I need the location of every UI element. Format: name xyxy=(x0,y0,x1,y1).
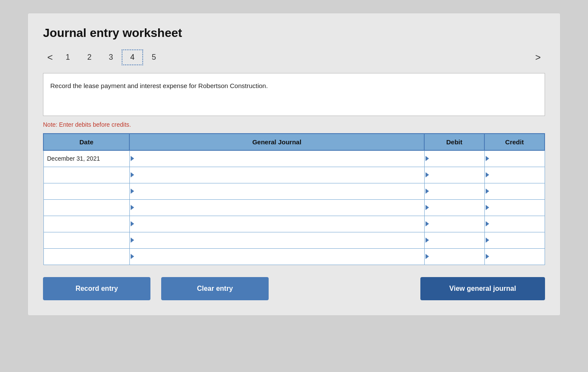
cell-date-4[interactable] xyxy=(43,216,129,232)
cell-credit-3[interactable] xyxy=(484,199,545,216)
step-3[interactable]: 3 xyxy=(100,49,122,65)
table-row xyxy=(43,199,545,216)
arrow-journal-4 xyxy=(131,221,134,226)
instruction-text: Record the lease payment and interest ex… xyxy=(50,82,268,89)
page-title: Journal entry worksheet xyxy=(43,26,545,40)
cell-credit-1[interactable] xyxy=(484,167,545,183)
table-row xyxy=(43,167,545,183)
worksheet-container: Journal entry worksheet < 1 2 3 4 5 > Re… xyxy=(28,13,560,316)
cell-journal-1[interactable] xyxy=(129,167,424,183)
cell-date-0[interactable]: December 31, 2021 xyxy=(43,150,129,167)
instruction-box: Record the lease payment and interest ex… xyxy=(43,73,545,116)
cell-journal-3[interactable] xyxy=(129,199,424,216)
table-row xyxy=(43,248,545,265)
cell-debit-6[interactable] xyxy=(424,248,484,265)
cell-credit-4[interactable] xyxy=(484,216,545,232)
step-2[interactable]: 2 xyxy=(79,49,100,65)
record-entry-button[interactable]: Record entry xyxy=(43,277,150,300)
cell-date-6[interactable] xyxy=(43,248,129,265)
cell-debit-2[interactable] xyxy=(424,183,484,199)
table-row: December 31, 2021 xyxy=(43,150,545,167)
arrow-credit-4 xyxy=(486,221,489,226)
arrow-credit-5 xyxy=(486,238,489,243)
table-row xyxy=(43,183,545,199)
arrow-credit-3 xyxy=(486,205,489,210)
cell-credit-5[interactable] xyxy=(484,232,545,248)
arrow-credit-0 xyxy=(486,156,489,161)
col-header-credit: Credit xyxy=(484,134,545,150)
arrow-credit-1 xyxy=(486,172,489,177)
cell-date-1[interactable] xyxy=(43,167,129,183)
arrow-debit-0 xyxy=(426,156,429,161)
step-1[interactable]: 1 xyxy=(57,49,79,65)
note-text: Note: Enter debits before credits. xyxy=(43,121,545,128)
cell-journal-5[interactable] xyxy=(129,232,424,248)
cell-credit-6[interactable] xyxy=(484,248,545,265)
journal-table: Date General Journal Debit Credit Decemb… xyxy=(43,133,545,265)
arrow-debit-4 xyxy=(426,221,429,226)
arrow-journal-3 xyxy=(131,205,134,210)
cell-debit-3[interactable] xyxy=(424,199,484,216)
cell-debit-1[interactable] xyxy=(424,167,484,183)
step-5[interactable]: 5 xyxy=(143,49,165,65)
col-header-debit: Debit xyxy=(424,134,484,150)
arrow-credit-6 xyxy=(486,254,489,259)
buttons-row: Record entry Clear entry View general jo… xyxy=(43,277,545,300)
step-4[interactable]: 4 xyxy=(122,49,143,65)
view-general-journal-button[interactable]: View general journal xyxy=(420,277,545,300)
cell-journal-4[interactable] xyxy=(129,216,424,232)
arrow-debit-5 xyxy=(426,238,429,243)
cell-debit-5[interactable] xyxy=(424,232,484,248)
cell-journal-2[interactable] xyxy=(129,183,424,199)
cell-date-2[interactable] xyxy=(43,183,129,199)
table-row xyxy=(43,232,545,248)
cell-credit-2[interactable] xyxy=(484,183,545,199)
cell-credit-0[interactable] xyxy=(484,150,545,167)
prev-arrow[interactable]: < xyxy=(43,50,57,65)
arrow-journal-5 xyxy=(131,238,134,243)
cell-debit-4[interactable] xyxy=(424,216,484,232)
table-row xyxy=(43,216,545,232)
cell-journal-0[interactable] xyxy=(129,150,424,167)
col-header-date: Date xyxy=(43,134,129,150)
arrow-debit-3 xyxy=(426,205,429,210)
arrow-credit-2 xyxy=(486,189,489,194)
clear-entry-button[interactable]: Clear entry xyxy=(161,277,269,300)
arrow-debit-1 xyxy=(426,172,429,177)
arrow-debit-6 xyxy=(426,254,429,259)
col-header-general-journal: General Journal xyxy=(129,134,424,150)
arrow-journal-2 xyxy=(131,189,134,194)
arrow-journal-6 xyxy=(131,254,134,259)
step-navigation: < 1 2 3 4 5 > xyxy=(43,49,545,65)
cell-journal-6[interactable] xyxy=(129,248,424,265)
arrow-journal-0 xyxy=(131,156,134,161)
arrow-debit-2 xyxy=(426,189,429,194)
cell-date-5[interactable] xyxy=(43,232,129,248)
next-arrow[interactable]: > xyxy=(531,50,545,65)
arrow-journal-1 xyxy=(131,172,134,177)
cell-debit-0[interactable] xyxy=(424,150,484,167)
cell-date-3[interactable] xyxy=(43,199,129,216)
